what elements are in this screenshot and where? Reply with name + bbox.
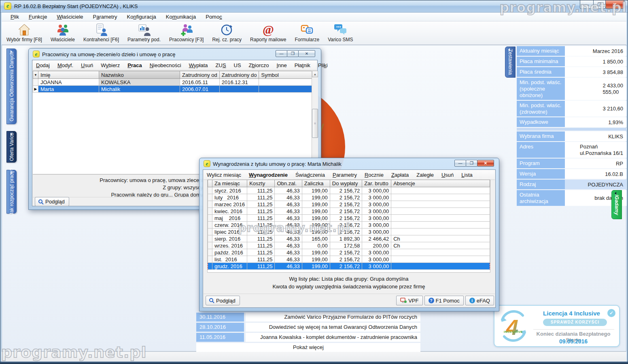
employees-menu-item[interactable]: Wybierz [101, 62, 120, 68]
sidebar-tab-oferta[interactable]: Oferta Varico [6, 131, 17, 163]
minimize-button[interactable]: — [276, 50, 287, 57]
vpf-button[interactable]: VPF [396, 296, 422, 305]
preview-button[interactable]: Podgląd [206, 296, 240, 305]
scroll-up-icon[interactable]: ▲ [312, 71, 318, 77]
titlebar[interactable]: e RP 16.02.B Bezpłatny Start (POJEDYNCZA… [0, 0, 628, 13]
salary-month-row[interactable]: lipiec 2016 111,25 46,33 199,00 2 156,72… [208, 229, 490, 235]
parameters-button[interactable]: Parametry pod. [126, 23, 162, 43]
employees-menu-item[interactable]: US [234, 62, 241, 68]
panel-row: Wersja 16.02.B [517, 169, 626, 179]
employees-menu-item[interactable]: ZUS [216, 62, 226, 68]
employees-header-row[interactable]: ▼ Imię Nazwisko Zatrudniony od Zatrudnio… [33, 71, 315, 79]
close-button[interactable]: ✕ [605, 0, 624, 9]
salaries-menu-item[interactable]: Zapłata [391, 172, 409, 178]
employees-menu-item[interactable]: Usuń [81, 62, 93, 68]
salaries-menu-item[interactable]: Lista [461, 172, 472, 178]
salaries-menu-item[interactable]: Usuń [441, 172, 454, 178]
employees-menu-item[interactable]: Wypłata [189, 62, 208, 68]
sidebar-tab-jak-rozpoczac[interactable]: Jak rozpocząć pracę? [6, 170, 17, 214]
mail-reports-button[interactable]: @ Raporty mailowe [248, 23, 288, 43]
show-more-link[interactable]: Pokaż więcej [196, 343, 420, 352]
panel-row: Rodzaj POJEDYNCZA [517, 180, 626, 189]
employees-menu-item[interactable]: Dodaj [36, 62, 50, 68]
cell-month: paźdz. 2016 [212, 249, 247, 256]
panel-row: Wybrana firma KLIKS [517, 131, 626, 141]
contractors-button[interactable]: Kontrahenci [F6] [82, 23, 121, 43]
salary-month-row[interactable]: luty 2016 111,25 46,33 199,00 2 156,72 3… [208, 194, 490, 201]
panel-row: Min. podst. właśc. (zdrowotne) 3 210,60 [517, 101, 626, 116]
company-select-button[interactable]: Wybór firmy [F8] [5, 23, 44, 43]
panel-row-value: 1,93% [565, 117, 626, 127]
tab-zestawienia[interactable]: Zestawienia [505, 47, 516, 78]
salaries-menu-item[interactable]: Parametry [333, 172, 357, 178]
salary-month-row[interactable]: czerw. 2016 111,25 46,33 199,00 2 156,72… [208, 222, 490, 229]
efaq-button[interactable]: i eFAQ [465, 296, 494, 305]
sidebar-tab-gwarancja[interactable]: Gwarancja Odtworzenia Danych [6, 49, 17, 124]
employees-menu-item[interactable]: Praca [127, 62, 142, 68]
employees-menu-item[interactable]: Nieobecności [150, 62, 181, 68]
salary-month-row[interactable]: marzec 2016 111,25 46,33 199,00 2 156,72… [208, 201, 490, 208]
tab-igadamy[interactable]: iGadamy [611, 190, 622, 219]
menubar-item[interactable]: Komunikacja [162, 13, 200, 21]
row-marker [208, 187, 212, 194]
svg-text:@: @ [263, 23, 274, 36]
salary-month-row[interactable]: stycz. 2016 111,25 46,33 199,00 2 156,72… [208, 187, 490, 194]
employees-button[interactable]: Pracownicy [F3] [168, 23, 205, 43]
news-row[interactable]: 11.05.2016 Joanna Kowalska - komplet dok… [196, 333, 420, 342]
employee-row[interactable]: ▶ Marta Michalik 2006.07.01 [33, 86, 315, 93]
menubar-item[interactable]: Plik [6, 13, 23, 21]
maximize-button[interactable]: ❐ [466, 160, 477, 167]
employee-row[interactable]: JOANNA KOWALSKA 2016.05.11 2016.12.31 [33, 79, 315, 86]
panel-row-value: 1 850,00 [565, 57, 626, 66]
cell-obnzal: 46,33 [275, 256, 302, 263]
f1-help-button[interactable]: ? F1 Pomoc [424, 296, 464, 305]
salary-month-row[interactable]: list. 2016 111,25 46,33 199,00 2 156,72 … [208, 256, 490, 263]
scrollbar-thumb[interactable]: ≡ [312, 109, 318, 138]
close-button[interactable]: ✕ [477, 160, 494, 167]
salary-month-row[interactable]: sierp. 2016 111,25 46,33 165,00 1 892,30… [208, 235, 490, 242]
employees-menu-item[interactable]: Zbiorczo [249, 62, 269, 68]
cell-absencje [391, 187, 490, 194]
menubar-item[interactable]: Pomoc [202, 13, 226, 21]
salary-month-row[interactable]: kwiec. 2016 111,25 46,33 199,00 2 156,72… [208, 208, 490, 215]
sms-button[interactable]: Varico SMS [326, 23, 354, 43]
cell-month: maj 2016 [212, 215, 247, 222]
close-button[interactable]: ✕ [298, 50, 315, 57]
footer-line-group: Z grupy: wszyscy [36, 184, 203, 191]
panel-row-label: Płaca średnia [517, 67, 565, 77]
salaries-menu-item[interactable]: Zaległe [416, 172, 434, 178]
salary-month-row[interactable]: paźdz. 2016 111,25 46,33 199,00 2 156,72… [208, 249, 490, 256]
menubar-item[interactable]: Właściciele [53, 13, 87, 21]
forms-button[interactable]: Formularze [293, 23, 321, 43]
salary-month-row[interactable]: maj 2016 111,25 46,33 199,00 2 156,72 3 … [208, 215, 490, 222]
salaries-menu-item[interactable]: Rocznie [365, 172, 384, 178]
news-row[interactable]: 28.10.2016 Dowiedzieć się więcej na tema… [196, 323, 420, 332]
cell-do-wyplaty: 172,58 [330, 242, 362, 249]
minimize-button[interactable]: — [580, 0, 594, 9]
menubar-item[interactable]: Parametry [89, 13, 121, 21]
employees-menu-item[interactable]: Modyf. [57, 62, 73, 68]
check-benefits-button[interactable]: SPRAWDŹ KORZYŚCI [543, 319, 607, 326]
employees-menu-item[interactable]: Płatnik [295, 62, 310, 68]
employees-menu-item[interactable]: Pliki [318, 62, 328, 68]
news-row[interactable]: 30.11.2016 Zamówić Varico Przyjazne Form… [196, 313, 420, 322]
salary-month-row[interactable]: wrzes. 2016 111,25 46,33 0,00 172,58 200… [208, 242, 490, 249]
minimize-button[interactable]: — [454, 160, 466, 167]
salaries-menu-item[interactable]: Świadczenia [295, 172, 325, 178]
maximize-button[interactable]: ❐ [593, 0, 606, 9]
menubar-item[interactable]: Funkcje [25, 13, 51, 21]
row-marker [208, 194, 212, 201]
owners-button[interactable]: Właściciele [49, 23, 76, 43]
salaries-menu-item[interactable]: Wylicz miesiąc [207, 172, 241, 178]
employees-menu-item[interactable]: Inne [276, 62, 286, 68]
row-marker [208, 208, 212, 215]
preview-button[interactable]: Podgląd [35, 197, 69, 206]
salary-month-row[interactable]: grudz. 2016 111,25 46,33 199,00 2 156,72… [208, 263, 490, 270]
salaries-menu-item[interactable]: Wynagrodzenie [249, 172, 288, 178]
panel-row-label: Ostatnia archiwizacja [517, 190, 565, 206]
worktime-button[interactable]: Rej. cz. pracy [210, 23, 243, 43]
salaries-header-row[interactable]: Za miesiąc Koszty Obn.zal. Zaliczka Do w… [208, 180, 490, 187]
maximize-button[interactable]: ❐ [287, 50, 299, 57]
salaries-right-buttons: VPF ? F1 Pomoc i eFAQ [395, 296, 494, 305]
menubar-item[interactable]: Konfiguracja [123, 13, 160, 21]
